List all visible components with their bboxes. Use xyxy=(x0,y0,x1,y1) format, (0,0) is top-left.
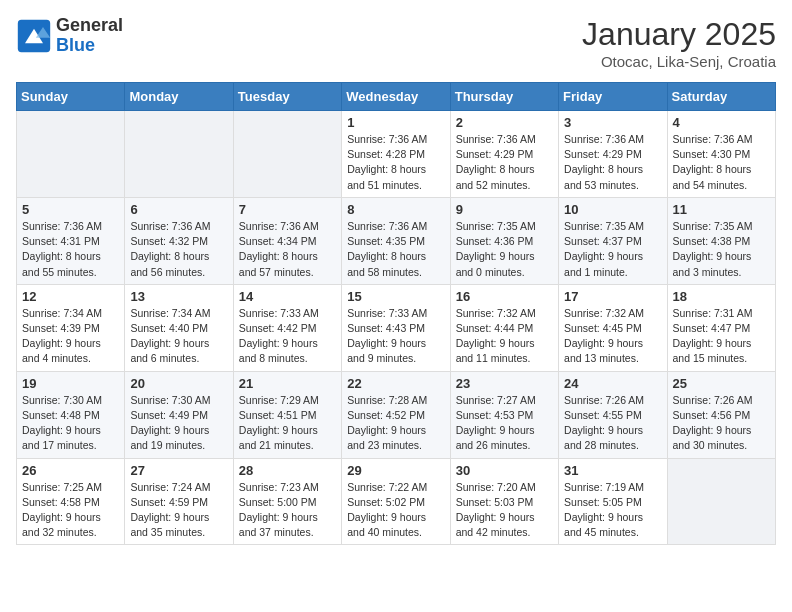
day-number: 20 xyxy=(130,376,227,391)
weekday-header-wednesday: Wednesday xyxy=(342,83,450,111)
day-number: 5 xyxy=(22,202,119,217)
calendar-cell: 31Sunrise: 7:19 AM Sunset: 5:05 PM Dayli… xyxy=(559,458,667,545)
day-number: 21 xyxy=(239,376,336,391)
day-info: Sunrise: 7:25 AM Sunset: 4:58 PM Dayligh… xyxy=(22,480,119,541)
day-number: 27 xyxy=(130,463,227,478)
day-info: Sunrise: 7:32 AM Sunset: 4:44 PM Dayligh… xyxy=(456,306,553,367)
day-number: 24 xyxy=(564,376,661,391)
day-number: 28 xyxy=(239,463,336,478)
weekday-header-sunday: Sunday xyxy=(17,83,125,111)
day-info: Sunrise: 7:23 AM Sunset: 5:00 PM Dayligh… xyxy=(239,480,336,541)
month-title: January 2025 xyxy=(582,16,776,53)
calendar-week-row: 19Sunrise: 7:30 AM Sunset: 4:48 PM Dayli… xyxy=(17,371,776,458)
calendar-cell: 14Sunrise: 7:33 AM Sunset: 4:42 PM Dayli… xyxy=(233,284,341,371)
logo-text: General Blue xyxy=(56,16,123,56)
calendar-cell: 7Sunrise: 7:36 AM Sunset: 4:34 PM Daylig… xyxy=(233,197,341,284)
calendar-cell: 22Sunrise: 7:28 AM Sunset: 4:52 PM Dayli… xyxy=(342,371,450,458)
calendar-cell: 11Sunrise: 7:35 AM Sunset: 4:38 PM Dayli… xyxy=(667,197,775,284)
day-info: Sunrise: 7:20 AM Sunset: 5:03 PM Dayligh… xyxy=(456,480,553,541)
day-info: Sunrise: 7:36 AM Sunset: 4:28 PM Dayligh… xyxy=(347,132,444,193)
calendar-week-row: 12Sunrise: 7:34 AM Sunset: 4:39 PM Dayli… xyxy=(17,284,776,371)
day-info: Sunrise: 7:26 AM Sunset: 4:56 PM Dayligh… xyxy=(673,393,770,454)
calendar-cell: 15Sunrise: 7:33 AM Sunset: 4:43 PM Dayli… xyxy=(342,284,450,371)
day-info: Sunrise: 7:36 AM Sunset: 4:35 PM Dayligh… xyxy=(347,219,444,280)
calendar-week-row: 1Sunrise: 7:36 AM Sunset: 4:28 PM Daylig… xyxy=(17,111,776,198)
calendar-cell xyxy=(233,111,341,198)
day-number: 23 xyxy=(456,376,553,391)
day-info: Sunrise: 7:34 AM Sunset: 4:39 PM Dayligh… xyxy=(22,306,119,367)
calendar-cell: 24Sunrise: 7:26 AM Sunset: 4:55 PM Dayli… xyxy=(559,371,667,458)
calendar-cell: 9Sunrise: 7:35 AM Sunset: 4:36 PM Daylig… xyxy=(450,197,558,284)
day-info: Sunrise: 7:34 AM Sunset: 4:40 PM Dayligh… xyxy=(130,306,227,367)
calendar-cell: 8Sunrise: 7:36 AM Sunset: 4:35 PM Daylig… xyxy=(342,197,450,284)
calendar-cell: 13Sunrise: 7:34 AM Sunset: 4:40 PM Dayli… xyxy=(125,284,233,371)
day-number: 12 xyxy=(22,289,119,304)
calendar-cell: 29Sunrise: 7:22 AM Sunset: 5:02 PM Dayli… xyxy=(342,458,450,545)
day-info: Sunrise: 7:19 AM Sunset: 5:05 PM Dayligh… xyxy=(564,480,661,541)
location-title: Otocac, Lika-Senj, Croatia xyxy=(582,53,776,70)
logo-icon xyxy=(16,18,52,54)
day-number: 16 xyxy=(456,289,553,304)
day-number: 4 xyxy=(673,115,770,130)
calendar-cell: 20Sunrise: 7:30 AM Sunset: 4:49 PM Dayli… xyxy=(125,371,233,458)
calendar-cell: 25Sunrise: 7:26 AM Sunset: 4:56 PM Dayli… xyxy=(667,371,775,458)
calendar-cell: 6Sunrise: 7:36 AM Sunset: 4:32 PM Daylig… xyxy=(125,197,233,284)
day-info: Sunrise: 7:30 AM Sunset: 4:48 PM Dayligh… xyxy=(22,393,119,454)
day-number: 6 xyxy=(130,202,227,217)
calendar-cell: 21Sunrise: 7:29 AM Sunset: 4:51 PM Dayli… xyxy=(233,371,341,458)
calendar-cell xyxy=(17,111,125,198)
day-info: Sunrise: 7:32 AM Sunset: 4:45 PM Dayligh… xyxy=(564,306,661,367)
day-info: Sunrise: 7:29 AM Sunset: 4:51 PM Dayligh… xyxy=(239,393,336,454)
day-info: Sunrise: 7:24 AM Sunset: 4:59 PM Dayligh… xyxy=(130,480,227,541)
day-number: 25 xyxy=(673,376,770,391)
title-block: January 2025 Otocac, Lika-Senj, Croatia xyxy=(582,16,776,70)
day-number: 9 xyxy=(456,202,553,217)
day-number: 19 xyxy=(22,376,119,391)
day-number: 17 xyxy=(564,289,661,304)
day-number: 2 xyxy=(456,115,553,130)
calendar-cell: 30Sunrise: 7:20 AM Sunset: 5:03 PM Dayli… xyxy=(450,458,558,545)
day-info: Sunrise: 7:28 AM Sunset: 4:52 PM Dayligh… xyxy=(347,393,444,454)
calendar-cell: 5Sunrise: 7:36 AM Sunset: 4:31 PM Daylig… xyxy=(17,197,125,284)
calendar-table: SundayMondayTuesdayWednesdayThursdayFrid… xyxy=(16,82,776,545)
day-number: 3 xyxy=(564,115,661,130)
day-info: Sunrise: 7:22 AM Sunset: 5:02 PM Dayligh… xyxy=(347,480,444,541)
day-number: 22 xyxy=(347,376,444,391)
calendar-cell: 27Sunrise: 7:24 AM Sunset: 4:59 PM Dayli… xyxy=(125,458,233,545)
calendar-cell xyxy=(667,458,775,545)
calendar-cell: 19Sunrise: 7:30 AM Sunset: 4:48 PM Dayli… xyxy=(17,371,125,458)
day-info: Sunrise: 7:31 AM Sunset: 4:47 PM Dayligh… xyxy=(673,306,770,367)
day-number: 13 xyxy=(130,289,227,304)
day-number: 26 xyxy=(22,463,119,478)
calendar-cell: 28Sunrise: 7:23 AM Sunset: 5:00 PM Dayli… xyxy=(233,458,341,545)
calendar-cell: 10Sunrise: 7:35 AM Sunset: 4:37 PM Dayli… xyxy=(559,197,667,284)
day-info: Sunrise: 7:33 AM Sunset: 4:43 PM Dayligh… xyxy=(347,306,444,367)
day-number: 11 xyxy=(673,202,770,217)
calendar-cell: 18Sunrise: 7:31 AM Sunset: 4:47 PM Dayli… xyxy=(667,284,775,371)
calendar-cell: 4Sunrise: 7:36 AM Sunset: 4:30 PM Daylig… xyxy=(667,111,775,198)
day-number: 8 xyxy=(347,202,444,217)
day-info: Sunrise: 7:36 AM Sunset: 4:30 PM Dayligh… xyxy=(673,132,770,193)
day-info: Sunrise: 7:33 AM Sunset: 4:42 PM Dayligh… xyxy=(239,306,336,367)
day-number: 7 xyxy=(239,202,336,217)
weekday-header-monday: Monday xyxy=(125,83,233,111)
day-info: Sunrise: 7:36 AM Sunset: 4:31 PM Dayligh… xyxy=(22,219,119,280)
day-number: 18 xyxy=(673,289,770,304)
weekday-header-row: SundayMondayTuesdayWednesdayThursdayFrid… xyxy=(17,83,776,111)
calendar-cell: 17Sunrise: 7:32 AM Sunset: 4:45 PM Dayli… xyxy=(559,284,667,371)
day-info: Sunrise: 7:36 AM Sunset: 4:29 PM Dayligh… xyxy=(456,132,553,193)
day-info: Sunrise: 7:36 AM Sunset: 4:32 PM Dayligh… xyxy=(130,219,227,280)
day-info: Sunrise: 7:27 AM Sunset: 4:53 PM Dayligh… xyxy=(456,393,553,454)
day-info: Sunrise: 7:26 AM Sunset: 4:55 PM Dayligh… xyxy=(564,393,661,454)
weekday-header-thursday: Thursday xyxy=(450,83,558,111)
calendar-cell: 16Sunrise: 7:32 AM Sunset: 4:44 PM Dayli… xyxy=(450,284,558,371)
calendar-week-row: 5Sunrise: 7:36 AM Sunset: 4:31 PM Daylig… xyxy=(17,197,776,284)
day-info: Sunrise: 7:30 AM Sunset: 4:49 PM Dayligh… xyxy=(130,393,227,454)
page-header: General Blue January 2025 Otocac, Lika-S… xyxy=(16,16,776,70)
day-info: Sunrise: 7:36 AM Sunset: 4:34 PM Dayligh… xyxy=(239,219,336,280)
weekday-header-friday: Friday xyxy=(559,83,667,111)
calendar-cell: 26Sunrise: 7:25 AM Sunset: 4:58 PM Dayli… xyxy=(17,458,125,545)
day-number: 1 xyxy=(347,115,444,130)
day-number: 14 xyxy=(239,289,336,304)
day-number: 31 xyxy=(564,463,661,478)
